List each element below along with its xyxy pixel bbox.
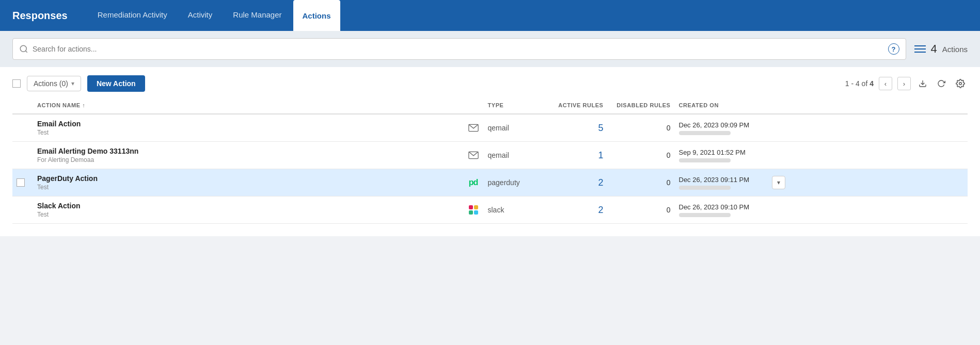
next-page-button[interactable]: › [897, 77, 911, 90]
email-icon [468, 124, 479, 132]
disabled-rules-cell: 0 [608, 169, 675, 196]
main-content: Actions (0) ▾ New Action 1 - 4 of 4 ‹ › [0, 67, 980, 236]
nav-item-rule-manager[interactable]: Rule Manager [224, 0, 291, 31]
active-rules-cell: 5 [546, 114, 608, 142]
row-name-cell: Slack ActionTest [33, 196, 463, 224]
nav-item-actions[interactable]: Actions [293, 0, 340, 31]
toolbar-left: Actions (0) ▾ New Action [12, 75, 145, 92]
type-label: qemail [488, 124, 509, 132]
created-on-cell: Sep 9, 2021 01:52 PM [675, 142, 768, 169]
disabled-rules-count: 0 [612, 178, 671, 187]
action-description: Test [37, 184, 459, 191]
type-text-cell: qemail [484, 114, 546, 142]
pagerduty-icon: pd [469, 178, 478, 187]
created-date: Dec 26, 2023 09:11 PM [679, 176, 750, 184]
download-button[interactable] [916, 77, 929, 90]
refresh-button[interactable] [935, 77, 948, 90]
type-label: pagerduty [488, 178, 520, 187]
table-row: PagerDuty ActionTestpdpagerduty20Dec 26,… [12, 169, 968, 196]
pagination-range: 1 - 4 of [845, 79, 868, 88]
disabled-rules-cell: 0 [608, 114, 675, 142]
disabled-rules-cell: 0 [608, 196, 675, 224]
type-icon-cell [463, 142, 484, 169]
created-date: Sep 9, 2021 01:52 PM [679, 149, 746, 156]
type-text-cell: slack [484, 196, 546, 224]
toolbar-row: Actions (0) ▾ New Action 1 - 4 of 4 ‹ › [12, 67, 968, 98]
disabled-rules-cell: 0 [608, 142, 675, 169]
actions-table: ACTION NAME ↑ TYPE ACTIVE RULES DISABLED… [12, 98, 968, 224]
type-text-cell: pagerduty [484, 169, 546, 196]
dropdown-chevron-icon: ▾ [71, 80, 74, 87]
active-rules-cell: 2 [546, 196, 608, 224]
type-text-cell: qemail [484, 142, 546, 169]
disabled-rules-count: 0 [612, 151, 671, 159]
action-description: Test [37, 211, 459, 218]
row-name-cell: PagerDuty ActionTest [33, 169, 463, 196]
row-expand-button[interactable]: ▾ [772, 176, 785, 189]
disabled-rules-count: 0 [612, 206, 671, 214]
table-row: Email Alerting Demo 33113nnFor Alerting … [12, 142, 968, 169]
right-controls: 4 Actions [914, 42, 968, 56]
type-label: qemail [488, 151, 509, 159]
active-rules-count: 1 [550, 150, 604, 161]
nav-item-remediation[interactable]: Remediation Activity [88, 0, 177, 31]
created-on-cell: Dec 26, 2023 09:11 PM [675, 169, 768, 196]
nav-item-activity[interactable]: Activity [179, 0, 222, 31]
type-icon-cell [463, 196, 484, 224]
type-label: slack [488, 206, 504, 214]
created-on-cell: Dec 26, 2023 09:10 PM [675, 196, 768, 224]
top-nav: Responses Remediation Activity Activity … [0, 0, 980, 31]
select-all-checkbox[interactable] [12, 79, 21, 88]
active-rules-count: 2 [550, 205, 604, 216]
table-header-row: ACTION NAME ↑ TYPE ACTIVE RULES DISABLED… [12, 98, 968, 114]
actions-label: Actions [942, 45, 968, 54]
th-action-name[interactable]: ACTION NAME ↑ [33, 98, 463, 114]
svg-point-0 [20, 45, 26, 52]
new-action-button[interactable]: New Action [87, 75, 145, 92]
action-description: For Alerting Demoaa [37, 156, 459, 163]
th-actions [768, 98, 968, 114]
row-name-cell: Email ActionTest [33, 114, 463, 142]
th-checkbox [12, 98, 33, 114]
pagination-total: 4 [870, 79, 874, 88]
action-name[interactable]: Email Action [37, 120, 459, 128]
active-rules-count: 2 [550, 177, 604, 188]
th-type: TYPE [484, 98, 546, 114]
created-user-bar [679, 213, 731, 217]
th-active-rules: ACTIVE RULES [546, 98, 608, 114]
table-row: Email ActionTestqemail50Dec 26, 2023 09:… [12, 114, 968, 142]
row-name-cell: Email Alerting Demo 33113nnFor Alerting … [33, 142, 463, 169]
actions-count: 4 [931, 42, 937, 56]
toolbar-right: 1 - 4 of 4 ‹ › [845, 76, 968, 91]
help-icon[interactable]: ? [888, 43, 899, 55]
brand-logo: Responses [12, 10, 68, 22]
search-bar-area: ? 4 Actions [0, 31, 980, 67]
created-user-bar [679, 131, 731, 135]
disabled-rules-count: 0 [612, 124, 671, 132]
active-rules-cell: 2 [546, 169, 608, 196]
action-name[interactable]: Email Alerting Demo 33113nn [37, 147, 459, 155]
search-input[interactable] [28, 45, 888, 53]
th-type-icon [463, 98, 484, 114]
type-icon-cell [463, 114, 484, 142]
settings-button[interactable] [953, 76, 968, 91]
email-icon [468, 151, 479, 159]
created-user-bar [679, 186, 731, 190]
actions-dropdown[interactable]: Actions (0) ▾ [27, 76, 81, 91]
action-description: Test [37, 129, 459, 136]
created-on-cell: Dec 26, 2023 09:09 PM [675, 114, 768, 142]
th-disabled-rules: DISABLED RULES [608, 98, 675, 114]
th-created-on: CREATED ON [675, 98, 768, 114]
created-user-bar [679, 158, 731, 162]
search-wrapper: ? [12, 38, 906, 60]
action-name[interactable]: Slack Action [37, 202, 459, 210]
row-checkbox[interactable] [17, 178, 25, 187]
actions-dropdown-label: Actions (0) [34, 79, 68, 88]
pagination-info: 1 - 4 of 4 [845, 79, 874, 88]
action-name[interactable]: PagerDuty Action [37, 174, 459, 183]
prev-page-button[interactable]: ‹ [879, 77, 892, 90]
menu-lines-icon[interactable] [914, 45, 926, 53]
table-row: Slack ActionTestslack20Dec 26, 2023 09:1… [12, 196, 968, 224]
type-icon-cell: pd [463, 169, 484, 196]
slack-icon [469, 205, 478, 215]
